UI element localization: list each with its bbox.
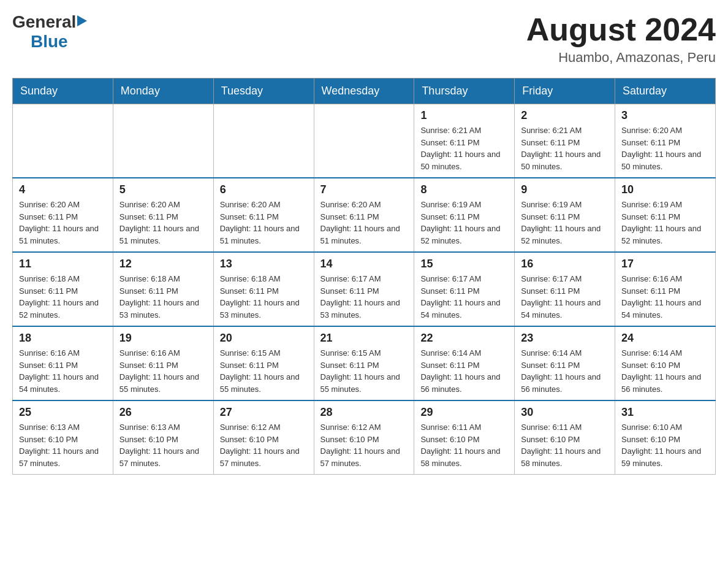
table-row <box>13 104 113 178</box>
day-info: Sunrise: 6:17 AMSunset: 6:11 PMDaylight:… <box>420 273 508 321</box>
day-info: Sunrise: 6:13 AMSunset: 6:10 PMDaylight:… <box>119 421 207 469</box>
calendar-week-row: 11Sunrise: 6:18 AMSunset: 6:11 PMDayligh… <box>13 252 716 326</box>
table-row: 10Sunrise: 6:19 AMSunset: 6:11 PMDayligh… <box>615 178 716 252</box>
logo: General Blue <box>12 12 88 52</box>
day-info: Sunrise: 6:15 AMSunset: 6:11 PMDaylight:… <box>220 347 308 395</box>
day-info: Sunrise: 6:17 AMSunset: 6:11 PMDaylight:… <box>320 273 408 321</box>
logo-triangle-icon <box>77 14 88 28</box>
day-info: Sunrise: 6:16 AMSunset: 6:11 PMDaylight:… <box>621 273 709 321</box>
location-subtitle: Huambo, Amazonas, Peru <box>526 50 716 66</box>
day-number: 19 <box>119 332 207 345</box>
day-info: Sunrise: 6:19 AMSunset: 6:11 PMDaylight:… <box>621 199 709 247</box>
col-sunday: Sunday <box>13 79 113 104</box>
table-row: 13Sunrise: 6:18 AMSunset: 6:11 PMDayligh… <box>213 252 314 326</box>
day-info: Sunrise: 6:10 AMSunset: 6:10 PMDaylight:… <box>621 421 709 469</box>
table-row: 25Sunrise: 6:13 AMSunset: 6:10 PMDayligh… <box>13 400 113 475</box>
day-number: 7 <box>320 183 408 196</box>
table-row: 14Sunrise: 6:17 AMSunset: 6:11 PMDayligh… <box>314 252 414 326</box>
table-row: 4Sunrise: 6:20 AMSunset: 6:11 PMDaylight… <box>13 178 113 252</box>
day-number: 26 <box>119 406 207 419</box>
table-row: 17Sunrise: 6:16 AMSunset: 6:11 PMDayligh… <box>615 252 716 326</box>
day-number: 13 <box>220 258 308 270</box>
calendar-week-row: 25Sunrise: 6:13 AMSunset: 6:10 PMDayligh… <box>13 400 716 475</box>
calendar-week-row: 1Sunrise: 6:21 AMSunset: 6:11 PMDaylight… <box>13 104 716 178</box>
col-wednesday: Wednesday <box>314 79 414 104</box>
day-info: Sunrise: 6:15 AMSunset: 6:11 PMDaylight:… <box>320 347 408 395</box>
day-info: Sunrise: 6:11 AMSunset: 6:10 PMDaylight:… <box>420 421 508 469</box>
day-number: 4 <box>19 183 107 196</box>
day-info: Sunrise: 6:20 AMSunset: 6:11 PMDaylight:… <box>119 199 207 247</box>
col-thursday: Thursday <box>414 79 515 104</box>
calendar-week-row: 4Sunrise: 6:20 AMSunset: 6:11 PMDaylight… <box>13 178 716 252</box>
table-row: 8Sunrise: 6:19 AMSunset: 6:11 PMDaylight… <box>414 178 515 252</box>
table-row: 28Sunrise: 6:12 AMSunset: 6:10 PMDayligh… <box>314 400 414 475</box>
table-row: 27Sunrise: 6:12 AMSunset: 6:10 PMDayligh… <box>213 400 314 475</box>
day-number: 31 <box>621 406 709 419</box>
day-info: Sunrise: 6:20 AMSunset: 6:11 PMDaylight:… <box>320 199 408 247</box>
day-number: 20 <box>220 332 308 345</box>
day-number: 3 <box>621 109 709 122</box>
table-row: 12Sunrise: 6:18 AMSunset: 6:11 PMDayligh… <box>113 252 213 326</box>
day-number: 16 <box>521 258 609 270</box>
col-monday: Monday <box>113 79 213 104</box>
day-info: Sunrise: 6:13 AMSunset: 6:10 PMDaylight:… <box>19 421 107 469</box>
day-number: 14 <box>320 258 408 270</box>
table-row: 6Sunrise: 6:20 AMSunset: 6:11 PMDaylight… <box>213 178 314 252</box>
day-info: Sunrise: 6:20 AMSunset: 6:11 PMDaylight:… <box>19 199 107 247</box>
table-row: 9Sunrise: 6:19 AMSunset: 6:11 PMDaylight… <box>515 178 615 252</box>
calendar-table: Sunday Monday Tuesday Wednesday Thursday… <box>12 78 716 475</box>
table-row: 18Sunrise: 6:16 AMSunset: 6:11 PMDayligh… <box>13 326 113 400</box>
table-row: 19Sunrise: 6:16 AMSunset: 6:11 PMDayligh… <box>113 326 213 400</box>
day-number: 29 <box>420 406 508 419</box>
table-row: 3Sunrise: 6:20 AMSunset: 6:11 PMDaylight… <box>615 104 716 178</box>
table-row: 2Sunrise: 6:21 AMSunset: 6:11 PMDaylight… <box>515 104 615 178</box>
page-header: General Blue August 2024 Huambo, Amazona… <box>12 12 716 66</box>
day-number: 10 <box>621 183 709 196</box>
day-info: Sunrise: 6:18 AMSunset: 6:11 PMDaylight:… <box>220 273 308 321</box>
day-number: 8 <box>420 183 508 196</box>
calendar-header-row: Sunday Monday Tuesday Wednesday Thursday… <box>13 79 716 104</box>
table-row: 30Sunrise: 6:11 AMSunset: 6:10 PMDayligh… <box>515 400 615 475</box>
table-row <box>213 104 314 178</box>
day-number: 11 <box>19 258 107 270</box>
day-number: 22 <box>420 332 508 345</box>
col-saturday: Saturday <box>615 79 716 104</box>
day-info: Sunrise: 6:19 AMSunset: 6:11 PMDaylight:… <box>420 199 508 247</box>
day-number: 30 <box>521 406 609 419</box>
day-info: Sunrise: 6:18 AMSunset: 6:11 PMDaylight:… <box>19 273 107 321</box>
day-info: Sunrise: 6:18 AMSunset: 6:11 PMDaylight:… <box>119 273 207 321</box>
day-number: 6 <box>220 183 308 196</box>
day-info: Sunrise: 6:17 AMSunset: 6:11 PMDaylight:… <box>521 273 609 321</box>
table-row: 26Sunrise: 6:13 AMSunset: 6:10 PMDayligh… <box>113 400 213 475</box>
day-number: 15 <box>420 258 508 270</box>
table-row: 1Sunrise: 6:21 AMSunset: 6:11 PMDaylight… <box>414 104 515 178</box>
day-number: 24 <box>621 332 709 345</box>
logo-blue-text: Blue <box>31 32 68 51</box>
title-section: August 2024 Huambo, Amazonas, Peru <box>526 12 716 66</box>
table-row: 20Sunrise: 6:15 AMSunset: 6:11 PMDayligh… <box>213 326 314 400</box>
day-info: Sunrise: 6:11 AMSunset: 6:10 PMDaylight:… <box>521 421 609 469</box>
day-info: Sunrise: 6:16 AMSunset: 6:11 PMDaylight:… <box>119 347 207 395</box>
table-row <box>113 104 213 178</box>
day-info: Sunrise: 6:20 AMSunset: 6:11 PMDaylight:… <box>621 124 709 172</box>
month-year-title: August 2024 <box>526 12 716 47</box>
day-info: Sunrise: 6:14 AMSunset: 6:10 PMDaylight:… <box>621 347 709 395</box>
day-info: Sunrise: 6:21 AMSunset: 6:11 PMDaylight:… <box>521 124 609 172</box>
table-row: 23Sunrise: 6:14 AMSunset: 6:11 PMDayligh… <box>515 326 615 400</box>
table-row: 31Sunrise: 6:10 AMSunset: 6:10 PMDayligh… <box>615 400 716 475</box>
day-info: Sunrise: 6:12 AMSunset: 6:10 PMDaylight:… <box>320 421 408 469</box>
table-row: 15Sunrise: 6:17 AMSunset: 6:11 PMDayligh… <box>414 252 515 326</box>
table-row: 5Sunrise: 6:20 AMSunset: 6:11 PMDaylight… <box>113 178 213 252</box>
day-number: 28 <box>320 406 408 419</box>
table-row: 22Sunrise: 6:14 AMSunset: 6:11 PMDayligh… <box>414 326 515 400</box>
day-info: Sunrise: 6:16 AMSunset: 6:11 PMDaylight:… <box>19 347 107 395</box>
day-info: Sunrise: 6:14 AMSunset: 6:11 PMDaylight:… <box>521 347 609 395</box>
day-number: 1 <box>420 109 508 122</box>
table-row <box>314 104 414 178</box>
day-number: 2 <box>521 109 609 122</box>
table-row: 21Sunrise: 6:15 AMSunset: 6:11 PMDayligh… <box>314 326 414 400</box>
day-number: 27 <box>220 406 308 419</box>
day-number: 25 <box>19 406 107 419</box>
col-friday: Friday <box>515 79 615 104</box>
svg-marker-0 <box>77 15 87 26</box>
